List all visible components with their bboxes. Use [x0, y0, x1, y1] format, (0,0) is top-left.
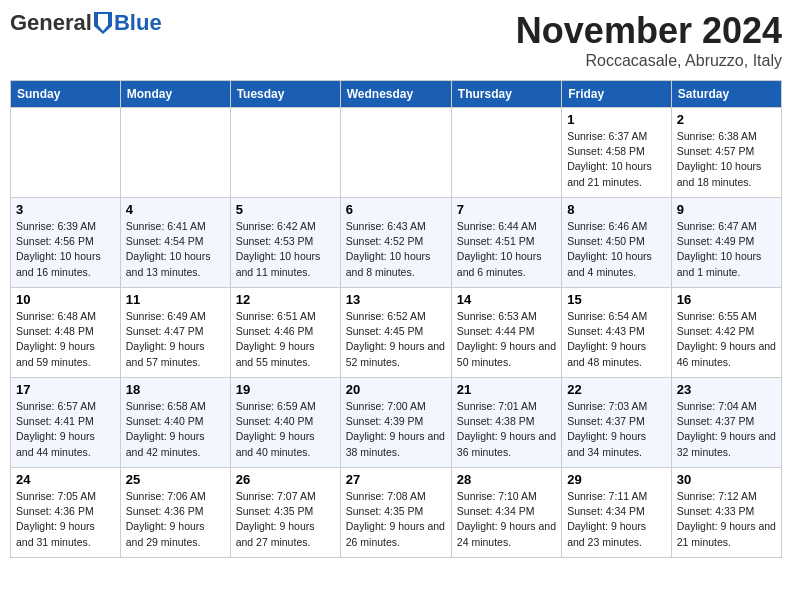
calendar-cell: 16Sunrise: 6:55 AM Sunset: 4:42 PM Dayli…: [671, 288, 781, 378]
day-number: 14: [457, 292, 556, 307]
day-info: Sunrise: 7:12 AM Sunset: 4:33 PM Dayligh…: [677, 489, 776, 550]
day-number: 6: [346, 202, 446, 217]
calendar-cell: 29Sunrise: 7:11 AM Sunset: 4:34 PM Dayli…: [562, 468, 672, 558]
calendar-cell: 11Sunrise: 6:49 AM Sunset: 4:47 PM Dayli…: [120, 288, 230, 378]
day-number: 23: [677, 382, 776, 397]
day-info: Sunrise: 7:06 AM Sunset: 4:36 PM Dayligh…: [126, 489, 225, 550]
location-text: Roccacasale, Abruzzo, Italy: [516, 52, 782, 70]
day-number: 26: [236, 472, 335, 487]
calendar-cell: 7Sunrise: 6:44 AM Sunset: 4:51 PM Daylig…: [451, 198, 561, 288]
day-number: 10: [16, 292, 115, 307]
day-number: 28: [457, 472, 556, 487]
day-number: 16: [677, 292, 776, 307]
logo-blue-text: Blue: [114, 10, 162, 36]
calendar-cell: [230, 108, 340, 198]
calendar-cell: 24Sunrise: 7:05 AM Sunset: 4:36 PM Dayli…: [11, 468, 121, 558]
calendar-cell: 22Sunrise: 7:03 AM Sunset: 4:37 PM Dayli…: [562, 378, 672, 468]
day-info: Sunrise: 6:53 AM Sunset: 4:44 PM Dayligh…: [457, 309, 556, 370]
day-info: Sunrise: 6:51 AM Sunset: 4:46 PM Dayligh…: [236, 309, 335, 370]
day-info: Sunrise: 6:49 AM Sunset: 4:47 PM Dayligh…: [126, 309, 225, 370]
day-number: 3: [16, 202, 115, 217]
day-info: Sunrise: 7:00 AM Sunset: 4:39 PM Dayligh…: [346, 399, 446, 460]
calendar-cell: 1Sunrise: 6:37 AM Sunset: 4:58 PM Daylig…: [562, 108, 672, 198]
calendar-cell: 6Sunrise: 6:43 AM Sunset: 4:52 PM Daylig…: [340, 198, 451, 288]
day-number: 9: [677, 202, 776, 217]
day-info: Sunrise: 6:46 AM Sunset: 4:50 PM Dayligh…: [567, 219, 666, 280]
calendar-cell: 5Sunrise: 6:42 AM Sunset: 4:53 PM Daylig…: [230, 198, 340, 288]
day-number: 27: [346, 472, 446, 487]
day-number: 4: [126, 202, 225, 217]
day-info: Sunrise: 7:10 AM Sunset: 4:34 PM Dayligh…: [457, 489, 556, 550]
calendar-cell: 25Sunrise: 7:06 AM Sunset: 4:36 PM Dayli…: [120, 468, 230, 558]
calendar-table: SundayMondayTuesdayWednesdayThursdayFrid…: [10, 80, 782, 558]
day-number: 12: [236, 292, 335, 307]
day-info: Sunrise: 6:55 AM Sunset: 4:42 PM Dayligh…: [677, 309, 776, 370]
logo: General Blue: [10, 10, 162, 36]
logo-general-text: General: [10, 10, 92, 36]
calendar-week-3: 10Sunrise: 6:48 AM Sunset: 4:48 PM Dayli…: [11, 288, 782, 378]
calendar-cell: [451, 108, 561, 198]
calendar-cell: [340, 108, 451, 198]
calendar-cell: 9Sunrise: 6:47 AM Sunset: 4:49 PM Daylig…: [671, 198, 781, 288]
day-info: Sunrise: 7:05 AM Sunset: 4:36 PM Dayligh…: [16, 489, 115, 550]
day-info: Sunrise: 7:08 AM Sunset: 4:35 PM Dayligh…: [346, 489, 446, 550]
calendar-cell: 28Sunrise: 7:10 AM Sunset: 4:34 PM Dayli…: [451, 468, 561, 558]
day-info: Sunrise: 6:59 AM Sunset: 4:40 PM Dayligh…: [236, 399, 335, 460]
calendar-week-2: 3Sunrise: 6:39 AM Sunset: 4:56 PM Daylig…: [11, 198, 782, 288]
day-number: 24: [16, 472, 115, 487]
day-info: Sunrise: 6:48 AM Sunset: 4:48 PM Dayligh…: [16, 309, 115, 370]
calendar-cell: 3Sunrise: 6:39 AM Sunset: 4:56 PM Daylig…: [11, 198, 121, 288]
calendar-cell: 2Sunrise: 6:38 AM Sunset: 4:57 PM Daylig…: [671, 108, 781, 198]
day-number: 17: [16, 382, 115, 397]
day-number: 29: [567, 472, 666, 487]
day-number: 15: [567, 292, 666, 307]
day-info: Sunrise: 6:41 AM Sunset: 4:54 PM Dayligh…: [126, 219, 225, 280]
day-info: Sunrise: 6:52 AM Sunset: 4:45 PM Dayligh…: [346, 309, 446, 370]
calendar-cell: 4Sunrise: 6:41 AM Sunset: 4:54 PM Daylig…: [120, 198, 230, 288]
calendar-header-row: SundayMondayTuesdayWednesdayThursdayFrid…: [11, 81, 782, 108]
calendar-cell: 18Sunrise: 6:58 AM Sunset: 4:40 PM Dayli…: [120, 378, 230, 468]
day-info: Sunrise: 6:47 AM Sunset: 4:49 PM Dayligh…: [677, 219, 776, 280]
day-info: Sunrise: 7:11 AM Sunset: 4:34 PM Dayligh…: [567, 489, 666, 550]
day-number: 18: [126, 382, 225, 397]
day-number: 11: [126, 292, 225, 307]
day-number: 22: [567, 382, 666, 397]
day-number: 19: [236, 382, 335, 397]
day-number: 2: [677, 112, 776, 127]
day-number: 30: [677, 472, 776, 487]
title-block: November 2024 Roccacasale, Abruzzo, Ital…: [516, 10, 782, 70]
logo-icon: [94, 12, 112, 34]
day-number: 25: [126, 472, 225, 487]
calendar-week-4: 17Sunrise: 6:57 AM Sunset: 4:41 PM Dayli…: [11, 378, 782, 468]
day-header-wednesday: Wednesday: [340, 81, 451, 108]
day-header-saturday: Saturday: [671, 81, 781, 108]
calendar-cell: 23Sunrise: 7:04 AM Sunset: 4:37 PM Dayli…: [671, 378, 781, 468]
day-info: Sunrise: 6:54 AM Sunset: 4:43 PM Dayligh…: [567, 309, 666, 370]
calendar-cell: [11, 108, 121, 198]
calendar-cell: [120, 108, 230, 198]
day-header-tuesday: Tuesday: [230, 81, 340, 108]
calendar-cell: 12Sunrise: 6:51 AM Sunset: 4:46 PM Dayli…: [230, 288, 340, 378]
calendar-cell: 14Sunrise: 6:53 AM Sunset: 4:44 PM Dayli…: [451, 288, 561, 378]
day-info: Sunrise: 6:58 AM Sunset: 4:40 PM Dayligh…: [126, 399, 225, 460]
calendar-cell: 21Sunrise: 7:01 AM Sunset: 4:38 PM Dayli…: [451, 378, 561, 468]
calendar-week-5: 24Sunrise: 7:05 AM Sunset: 4:36 PM Dayli…: [11, 468, 782, 558]
calendar-cell: 15Sunrise: 6:54 AM Sunset: 4:43 PM Dayli…: [562, 288, 672, 378]
day-number: 21: [457, 382, 556, 397]
day-info: Sunrise: 6:37 AM Sunset: 4:58 PM Dayligh…: [567, 129, 666, 190]
day-header-monday: Monday: [120, 81, 230, 108]
day-info: Sunrise: 6:44 AM Sunset: 4:51 PM Dayligh…: [457, 219, 556, 280]
day-number: 5: [236, 202, 335, 217]
day-number: 20: [346, 382, 446, 397]
calendar-cell: 19Sunrise: 6:59 AM Sunset: 4:40 PM Dayli…: [230, 378, 340, 468]
day-info: Sunrise: 6:38 AM Sunset: 4:57 PM Dayligh…: [677, 129, 776, 190]
day-number: 7: [457, 202, 556, 217]
page-header: General Blue November 2024 Roccacasale, …: [10, 10, 782, 70]
day-info: Sunrise: 7:07 AM Sunset: 4:35 PM Dayligh…: [236, 489, 335, 550]
day-info: Sunrise: 7:03 AM Sunset: 4:37 PM Dayligh…: [567, 399, 666, 460]
calendar-cell: 10Sunrise: 6:48 AM Sunset: 4:48 PM Dayli…: [11, 288, 121, 378]
calendar-cell: 8Sunrise: 6:46 AM Sunset: 4:50 PM Daylig…: [562, 198, 672, 288]
month-title: November 2024: [516, 10, 782, 52]
calendar-cell: 27Sunrise: 7:08 AM Sunset: 4:35 PM Dayli…: [340, 468, 451, 558]
calendar-cell: 20Sunrise: 7:00 AM Sunset: 4:39 PM Dayli…: [340, 378, 451, 468]
